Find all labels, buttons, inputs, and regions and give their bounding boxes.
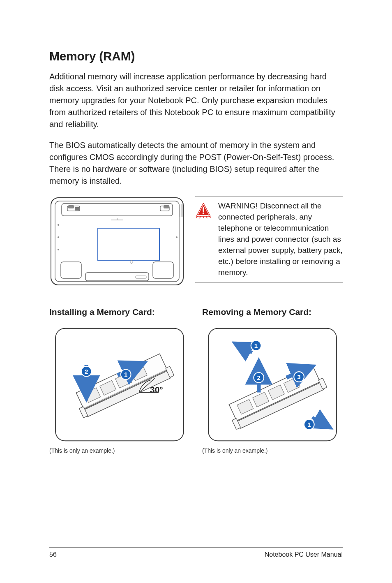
- svg-text:1: 1: [307, 421, 311, 428]
- manual-title-footer: Notebook PC User Manual: [265, 551, 343, 558]
- memory-ram-section-title: Memory (RAM): [49, 49, 343, 63]
- svg-text:2: 2: [257, 374, 261, 381]
- laptop-underside-diagram: [49, 196, 185, 287]
- install-example-caption: (This is only an example.): [49, 447, 190, 454]
- bios-auto-detect-paragraph: The BIOS automatically detects the amoun…: [49, 139, 343, 187]
- svg-rect-6: [68, 205, 74, 208]
- svg-point-24: [203, 213, 204, 214]
- memory-intro-paragraph: Additional memory will increase applicat…: [49, 71, 343, 130]
- install-memory-card-diagram: 30° 1: [49, 326, 190, 443]
- svg-text:3: 3: [297, 373, 300, 380]
- svg-point-14: [58, 236, 59, 238]
- svg-rect-4: [75, 207, 80, 211]
- remove-step-1-badge-bottom: 1: [304, 419, 314, 430]
- page-number: 56: [49, 551, 57, 558]
- install-memory-card-heading: Installing a Memory Card:: [49, 307, 190, 317]
- svg-rect-7: [164, 205, 169, 208]
- svg-point-16: [176, 236, 178, 238]
- remove-memory-card-diagram: 1 1 2: [202, 326, 343, 443]
- warning-text: WARNING! Disconnect all the connected pe…: [218, 201, 343, 278]
- remove-step-3-badge: 3: [294, 372, 304, 382]
- remove-step-2-badge: 2: [254, 372, 264, 383]
- install-step-2-badge: 2: [81, 366, 92, 377]
- install-step-1-badge: 1: [121, 369, 131, 379]
- warning-icon: [195, 202, 212, 219]
- remove-memory-card-heading: Removing a Memory Card:: [202, 307, 343, 317]
- svg-point-13: [58, 224, 59, 226]
- svg-line-28: [200, 216, 201, 218]
- svg-point-15: [58, 249, 59, 250]
- remove-example-caption: (This is only an example.): [202, 447, 343, 454]
- svg-line-29: [206, 216, 207, 218]
- remove-step-1-badge-top: 1: [251, 340, 261, 351]
- svg-text:1: 1: [124, 371, 128, 378]
- svg-text:2: 2: [85, 368, 88, 375]
- insertion-angle-label: 30°: [150, 385, 163, 394]
- svg-text:1: 1: [254, 342, 258, 349]
- svg-rect-23: [203, 207, 204, 212]
